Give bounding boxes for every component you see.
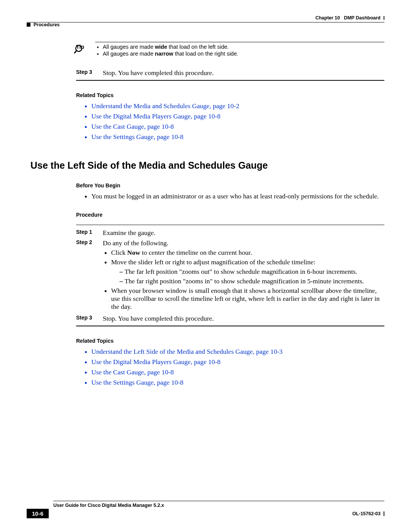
header-bar-icon <box>384 16 384 20</box>
procedure-end-rule <box>76 326 384 326</box>
related-link[interactable]: Use the Cast Gauge, page 10-8 <box>91 123 384 131</box>
step-row: Step 1 Examine the gauge. <box>76 229 384 237</box>
procedure-heading: Procedure <box>76 212 384 218</box>
step-sub-dashes: The far left position "zooms out" to sho… <box>111 268 384 285</box>
step-label: Step 2 <box>76 239 103 312</box>
step-body: Stop. You have completed this procedure. <box>103 315 384 323</box>
tip-bullet-list: All gauges are made wide that load on th… <box>95 44 238 58</box>
step-sub-bullet: Click Now to center the timeline on the … <box>111 249 384 257</box>
chapter-number: Chapter 10 <box>315 15 340 21</box>
related-link[interactable]: Use the Settings Gauge, page 10-8 <box>91 133 384 141</box>
header-left: Procedures <box>27 22 60 27</box>
tip-bullet: All gauges are made narrow that load on … <box>103 51 238 57</box>
step-row: Step 3 Stop. You have completed this pro… <box>76 315 384 323</box>
step-sub-bullet: Move the slider left or right to adjust … <box>111 258 384 285</box>
related-link[interactable]: Use the Cast Gauge, page 10-8 <box>91 368 384 376</box>
related-link[interactable]: Use the Digital Media Players Gauge, pag… <box>91 112 384 120</box>
related-topics-list: Understand the Left Side of the Media an… <box>76 348 384 387</box>
svg-line-1 <box>75 51 76 53</box>
chapter-title: DMP Dashboard <box>344 15 381 21</box>
step-label: Step 3 <box>76 315 103 323</box>
step-row: Step 3 Stop. You have completed this pro… <box>76 69 384 77</box>
step-sub-bullets: Click Now to center the timeline on the … <box>103 249 384 311</box>
step-sub-dash: The far left position "zooms out" to sho… <box>119 268 384 276</box>
step-body: Examine the gauge. <box>103 229 384 237</box>
footer-bar-icon <box>384 511 384 516</box>
related-link[interactable]: Understand the Left Side of the Media an… <box>91 348 384 356</box>
step-body: Do any of the following. Click Now to ce… <box>103 239 384 312</box>
page-footer: User Guide for Cisco Digital Media Manag… <box>27 501 384 518</box>
related-topics-list: Understand the Media and Schedules Gauge… <box>76 102 384 141</box>
related-link[interactable]: Use the Settings Gauge, page 10-8 <box>91 379 384 387</box>
step-sub-bullet: When your browser window is small enough… <box>111 287 384 311</box>
byb-bullet: You must be logged in an administrator o… <box>91 192 384 200</box>
tip-block: Tip All gauges are made wide that load o… <box>76 42 384 58</box>
step-label: Step 1 <box>76 229 103 237</box>
section-title: Use the Left Side of the Media and Sched… <box>30 160 384 171</box>
before-you-begin-list: You must be logged in an administrator o… <box>76 192 384 200</box>
corner-square-icon <box>27 23 30 27</box>
header-right: Chapter 10 DMP Dashboard <box>315 15 384 21</box>
tip-bullet: All gauges are made wide that load on th… <box>103 44 238 50</box>
footer-guide-title: User Guide for Cisco Digital Media Manag… <box>53 501 384 508</box>
page-header: Chapter 10 DMP Dashboard Procedures <box>27 15 384 30</box>
related-topics-heading: Related Topics <box>76 92 384 98</box>
step-row: Step 2 Do any of the following. Click No… <box>76 239 384 312</box>
step-body: Stop. You have completed this procedure. <box>103 69 384 77</box>
related-link[interactable]: Use the Digital Media Players Gauge, pag… <box>91 358 384 366</box>
footer-doc-id: OL-15762-03 <box>352 511 381 516</box>
step-label: Step 3 <box>76 69 103 77</box>
related-link[interactable]: Understand the Media and Schedules Gauge… <box>91 102 384 110</box>
step-sub-dash: The far right position "zooms in" to sho… <box>119 277 384 285</box>
section-breadcrumb: Procedures <box>33 22 60 27</box>
tip-magnifier-icon <box>74 44 85 58</box>
procedure-end-rule <box>76 80 384 81</box>
page-number-badge: 10-6 <box>27 509 49 518</box>
related-topics-heading: Related Topics <box>76 338 384 344</box>
before-you-begin-heading: Before You Begin <box>76 182 384 189</box>
